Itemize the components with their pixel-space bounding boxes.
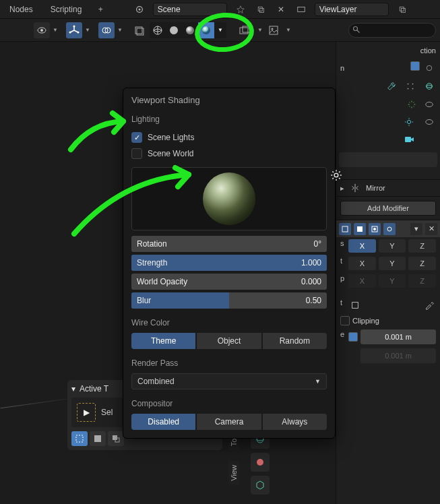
merge-checkbox[interactable] — [348, 332, 358, 342]
bisect-row: t X Y Z — [336, 255, 440, 272]
mod-cage-icon[interactable] — [383, 223, 396, 235]
overlays-icon[interactable] — [98, 22, 115, 38]
mirror-icon — [348, 181, 362, 195]
wire-random-button[interactable]: Random — [263, 333, 327, 349]
chevron-down-icon[interactable]: ▼ — [284, 27, 291, 33]
select-mode-subtract-icon[interactable] — [108, 431, 124, 446]
world-opacity-slider[interactable]: World Opacity 0.000 — [131, 274, 327, 290]
data-tab-icon[interactable] — [251, 476, 270, 495]
svg-rect-5 — [400, 7, 404, 11]
add-modifier-button[interactable]: Add Modifier — [340, 201, 436, 216]
search-input[interactable] — [348, 23, 436, 38]
render-pass-dropdown[interactable]: Combined ▼ — [131, 373, 327, 389]
svg-point-27 — [408, 84, 409, 85]
eye-icon[interactable] — [422, 133, 436, 146]
chevron-down-icon[interactable]: ▼ — [116, 27, 123, 33]
svg-point-35 — [426, 120, 433, 125]
scene-lights-checkbox[interactable]: ✓ — [131, 132, 142, 143]
select-mode-extend-icon[interactable] — [90, 431, 106, 446]
svg-rect-2 — [258, 7, 262, 11]
rendered-shading-icon[interactable] — [198, 22, 214, 38]
chevron-down-icon[interactable]: ▼ — [84, 27, 90, 33]
eye-icon[interactable] — [422, 98, 436, 111]
svg-point-41 — [373, 228, 376, 230]
flip-x-button[interactable]: X — [348, 274, 376, 288]
blur-slider[interactable]: Blur 0.50 — [131, 292, 327, 309]
sidebar-tab-view[interactable]: View — [228, 461, 239, 485]
overlay-images-icon[interactable] — [237, 22, 253, 38]
merge-distance-field[interactable]: 0.001 m — [360, 329, 436, 344]
close-icon[interactable]: ✕ — [425, 223, 437, 235]
material-shading-icon[interactable] — [182, 22, 198, 38]
chevron-down-icon[interactable]: ▼ — [256, 27, 263, 33]
axis-z-button[interactable]: Z — [408, 239, 436, 253]
constraint-icon[interactable] — [405, 98, 418, 111]
select-box-icon[interactable]: ▶ — [77, 403, 96, 422]
axis-x-button[interactable]: X — [348, 239, 376, 253]
scene-world-label: Scene World — [148, 149, 193, 158]
pin-icon[interactable] — [234, 3, 247, 16]
svg-point-11 — [69, 31, 71, 33]
tab-nodes[interactable]: Nodes — [4, 2, 38, 17]
clipping-checkbox[interactable] — [340, 316, 350, 325]
gizmo-icon[interactable] — [66, 22, 82, 38]
close-scene-icon[interactable]: ✕ — [274, 3, 288, 16]
camera-icon[interactable] — [402, 133, 416, 146]
compositor-camera-button[interactable]: Camera — [197, 414, 261, 430]
hdri-preview[interactable] — [131, 167, 327, 230]
flip-y-button[interactable]: Y — [379, 274, 406, 288]
bisect-y-button[interactable]: Y — [379, 257, 406, 270]
select-mode-new-icon[interactable] — [71, 431, 88, 446]
compositor-disabled-button[interactable]: Disabled — [131, 414, 195, 430]
copy-scene-icon[interactable] — [254, 3, 268, 16]
chevron-down-icon[interactable]: ▾ — [410, 223, 422, 235]
compositor-always-button[interactable]: Always — [263, 414, 327, 430]
svg-point-31 — [427, 84, 433, 90]
chevron-down-icon: ▼ — [315, 378, 321, 385]
compositor-options: Disabled Camera Always — [131, 414, 327, 430]
property-tabs — [336, 77, 440, 96]
xray-icon[interactable] — [131, 22, 147, 38]
eyedropper-icon[interactable] — [422, 298, 436, 312]
mod-edit-icon[interactable] — [354, 223, 366, 235]
bisect-x-button[interactable]: X — [348, 257, 376, 270]
svg-point-19 — [202, 26, 210, 34]
material-tab-icon[interactable] — [251, 453, 270, 472]
modifier-mirror-header[interactable]: ▸ Mirror — [336, 179, 440, 197]
visibility-icon[interactable] — [422, 61, 436, 75]
axis-y-button[interactable]: Y — [379, 239, 406, 253]
svg-point-33 — [426, 102, 433, 107]
physics-icon[interactable] — [422, 80, 436, 93]
viewlayer-name-field[interactable] — [315, 3, 389, 16]
shading-popover-toggle-icon[interactable]: ▼ — [214, 22, 226, 38]
render-toggle-icon[interactable] — [410, 61, 420, 71]
bisect-z-button[interactable]: Z — [408, 257, 436, 270]
mod-render-icon[interactable] — [369, 223, 381, 235]
wire-object-button[interactable]: Object — [197, 333, 261, 349]
tab-scripting[interactable]: Scripting — [45, 2, 88, 17]
copy-viewlayer-icon[interactable] — [396, 3, 409, 16]
image-icon[interactable] — [265, 22, 282, 38]
scene-world-checkbox[interactable] — [131, 148, 142, 159]
mod-realtime-icon[interactable] — [339, 223, 351, 235]
scene-name-field[interactable] — [153, 3, 227, 16]
solid-shading-icon[interactable] — [166, 22, 182, 38]
add-workspace-icon[interactable]: + — [94, 3, 107, 16]
svg-point-28 — [412, 84, 414, 85]
gear-icon[interactable] — [330, 169, 344, 183]
strength-slider[interactable]: Strength 1.000 — [131, 255, 327, 271]
wireframe-shading-icon[interactable] — [150, 22, 166, 38]
particles-icon[interactable] — [404, 80, 417, 93]
wrench-icon[interactable] — [385, 80, 398, 93]
chevron-down-icon[interactable]: ▾ — [71, 384, 75, 393]
object-icon[interactable] — [348, 298, 362, 312]
wire-theme-button[interactable]: Theme — [131, 333, 195, 349]
popover-title: Viewport Shading — [131, 95, 327, 105]
chevron-down-icon[interactable]: ▼ — [51, 27, 58, 33]
eye-icon[interactable] — [422, 115, 436, 129]
sun-icon[interactable] — [402, 115, 416, 129]
svg-point-9 — [73, 25, 75, 27]
visibility-icon[interactable] — [34, 22, 50, 38]
rotation-slider[interactable]: Rotation 0° — [131, 236, 327, 252]
flip-z-button[interactable]: Z — [408, 274, 436, 288]
